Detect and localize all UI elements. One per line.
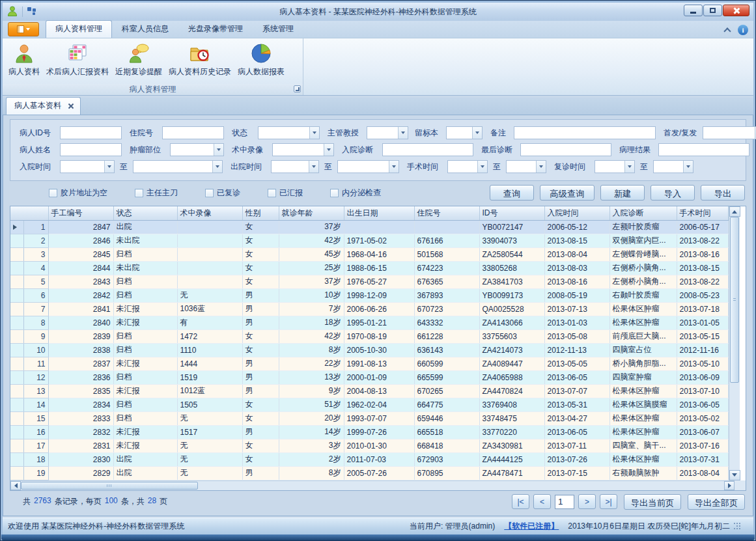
- cell[interactable]: 男: [242, 357, 279, 370]
- cell[interactable]: 670895: [414, 466, 479, 480]
- cell[interactable]: 22岁: [279, 357, 344, 370]
- cell[interactable]: 13岁: [279, 370, 344, 384]
- row-number-cell[interactable]: 3: [23, 247, 48, 261]
- cell[interactable]: 男: [242, 316, 279, 329]
- cell[interactable]: 有: [177, 316, 242, 329]
- column-header[interactable]: 手工编号: [48, 206, 113, 220]
- cell[interactable]: 1968-04-16: [344, 247, 414, 261]
- next-page-button[interactable]: >: [578, 494, 596, 509]
- cell[interactable]: 42岁: [279, 234, 344, 247]
- cell[interactable]: 33770220: [479, 425, 544, 439]
- cell[interactable]: 1995-01-21: [344, 316, 414, 329]
- cell[interactable]: 未汇报: [113, 302, 177, 316]
- cell[interactable]: 3岁: [279, 439, 344, 452]
- cell[interactable]: 男: [242, 425, 279, 439]
- column-header[interactable]: 入院诊断: [609, 206, 677, 220]
- resize-grip-icon[interactable]: [739, 523, 740, 529]
- first-recurrence-combo[interactable]: [703, 126, 756, 139]
- row-number-cell[interactable]: 9: [23, 329, 48, 343]
- cell[interactable]: 松果体区肿瘤: [609, 316, 677, 329]
- row-number-cell[interactable]: 19: [23, 466, 48, 480]
- cell[interactable]: 2835: [48, 384, 113, 398]
- cell[interactable]: 松果体区肿瘤: [609, 302, 677, 316]
- cell[interactable]: 1505: [177, 398, 242, 411]
- cell[interactable]: 2013-07-10: [677, 384, 728, 398]
- cell[interactable]: 2842: [48, 288, 113, 302]
- cell[interactable]: 松果体区脑膜瘤: [609, 398, 677, 411]
- status-combo[interactable]: [258, 126, 320, 139]
- cell[interactable]: 出院: [113, 466, 177, 480]
- revisit-date-to-combo[interactable]: [653, 160, 693, 173]
- cell[interactable]: 男: [242, 302, 279, 316]
- cell[interactable]: [414, 220, 479, 234]
- cell[interactable]: ZA4143066: [479, 316, 544, 329]
- cell[interactable]: 2004-08-13: [344, 384, 414, 398]
- cell[interactable]: 无: [177, 452, 242, 466]
- cell[interactable]: ZA4214073: [479, 343, 544, 357]
- table-row[interactable]: 182830出院无女2岁2011-07-03672903ZA4444125201…: [10, 452, 728, 466]
- cell[interactable]: [177, 234, 242, 247]
- patient-id-input[interactable]: [60, 126, 122, 139]
- cell[interactable]: [177, 261, 242, 275]
- postop-report-button[interactable]: 术后病人汇报资料: [43, 41, 112, 79]
- row-number-cell[interactable]: 13: [23, 384, 48, 398]
- cell[interactable]: 女: [242, 234, 279, 247]
- cell[interactable]: 2838: [48, 343, 113, 357]
- cell[interactable]: 2843: [48, 275, 113, 288]
- cell[interactable]: 2013-06-07: [677, 425, 728, 439]
- app-logo-icon[interactable]: [7, 5, 18, 19]
- cell[interactable]: 665518: [414, 425, 479, 439]
- cell[interactable]: 左侧桥小脑角...: [609, 275, 677, 288]
- cell[interactable]: 2013-07-18: [677, 302, 728, 316]
- cell[interactable]: 42岁: [279, 329, 344, 343]
- horizontal-scroll-thumb[interactable]: [21, 482, 198, 490]
- vertical-scrollbar[interactable]: [729, 206, 740, 480]
- cell[interactable]: 2845: [48, 247, 113, 261]
- cell[interactable]: 2013-07-26: [544, 452, 609, 466]
- cell[interactable]: 1962-02-04: [344, 398, 414, 411]
- cell[interactable]: 661228: [414, 329, 479, 343]
- cell[interactable]: 2013-05-08: [544, 329, 609, 343]
- cell[interactable]: 未汇报: [113, 425, 177, 439]
- cell[interactable]: 未汇报: [113, 384, 177, 398]
- cell[interactable]: 2829: [48, 466, 113, 480]
- cell[interactable]: 2013-08-15: [677, 261, 728, 275]
- cell[interactable]: 右颞叶胶质瘤: [609, 288, 677, 302]
- cell[interactable]: 1976-05-27: [344, 275, 414, 288]
- ribbon-tab-disc-management[interactable]: 光盘录像带管理: [178, 20, 253, 38]
- tab-patient-basic-data[interactable]: 病人基本资料: [6, 97, 81, 115]
- checkbox-revisited[interactable]: 已复诊: [205, 187, 240, 199]
- cell[interactable]: 20岁: [279, 411, 344, 425]
- cell[interactable]: 10岁: [279, 288, 344, 302]
- table-row[interactable]: 192829出院无男8岁2005-07-26670895ZA4478471201…: [10, 466, 728, 480]
- cell[interactable]: 1998-12-09: [344, 288, 414, 302]
- column-header[interactable]: 性别: [242, 206, 279, 220]
- cell[interactable]: 2010-01-30: [344, 439, 414, 452]
- cell[interactable]: 左额叶胶质瘤: [609, 220, 677, 234]
- column-header[interactable]: 手术时间: [677, 206, 728, 220]
- cell[interactable]: 归档: [113, 288, 177, 302]
- cell[interactable]: 2013-08-15: [544, 234, 609, 247]
- column-header[interactable]: ID号: [479, 206, 544, 220]
- revisit-reminder-button[interactable]: 近期复诊提醒: [112, 41, 165, 79]
- cell[interactable]: ZA4065988: [479, 370, 544, 384]
- scroll-down-button[interactable]: [729, 470, 740, 480]
- cell[interactable]: ZA4089447: [479, 357, 544, 370]
- cell[interactable]: 33755603: [479, 329, 544, 343]
- cell[interactable]: 8岁: [279, 343, 344, 357]
- scroll-right-button[interactable]: [724, 481, 735, 490]
- table-row[interactable]: 22846未出院女42岁1971-05-02676166339040732013…: [10, 234, 728, 247]
- cell[interactable]: 四脑室肿瘤: [609, 370, 677, 384]
- cell[interactable]: 367893: [414, 288, 479, 302]
- cell[interactable]: 2837: [48, 357, 113, 370]
- cell[interactable]: 松果体区肿瘤: [609, 452, 677, 466]
- cell[interactable]: 2013-08-22: [677, 275, 728, 288]
- info-icon[interactable]: i: [738, 25, 748, 35]
- column-header[interactable]: 出生日期: [344, 206, 414, 220]
- cell[interactable]: 1012蓝: [177, 384, 242, 398]
- column-header[interactable]: 就诊年龄: [279, 206, 344, 220]
- table-row[interactable]: 122836归档1519男13岁2000-01-09665599ZA406598…: [10, 370, 728, 384]
- advanced-query-button[interactable]: 高级查询: [540, 185, 595, 201]
- table-row[interactable]: 132835未汇报1012蓝男9岁2004-08-13670265ZA44708…: [10, 384, 728, 398]
- cell[interactable]: 45岁: [279, 247, 344, 261]
